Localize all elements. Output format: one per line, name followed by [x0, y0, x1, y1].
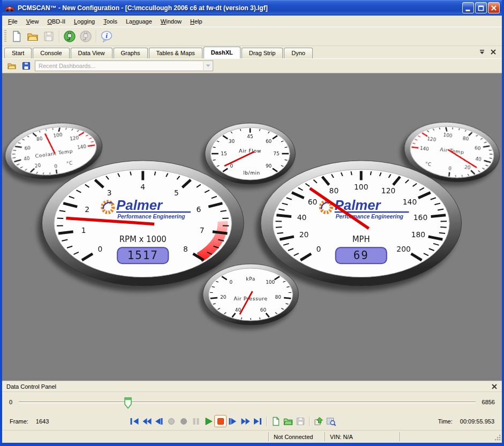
connect-plug-icon	[63, 30, 76, 43]
app-car-icon	[4, 4, 15, 12]
export-log-button[interactable]	[312, 415, 325, 427]
tab-tables-maps[interactable]: Tables & Maps	[149, 48, 202, 58]
about-button[interactable]: i	[99, 29, 114, 44]
svg-text:120: 120	[427, 136, 437, 142]
svg-text:69: 69	[353, 249, 369, 262]
toolbar-separator	[59, 30, 59, 43]
svg-text:60: 60	[260, 307, 267, 313]
svg-text:200: 200	[396, 245, 410, 253]
air-flow-unit: lb/min	[243, 170, 260, 176]
toolbar-grip[interactable]	[4, 30, 6, 43]
tab-dyno[interactable]: Dyno	[284, 48, 313, 58]
first-frame-button[interactable]	[128, 415, 140, 427]
play-icon	[203, 416, 214, 427]
menu-logging[interactable]: Logging	[70, 17, 99, 26]
save-icon	[42, 30, 55, 43]
prev-frame-button[interactable]	[153, 415, 165, 427]
tab-data-view[interactable]: Data View	[71, 48, 112, 58]
capture-button[interactable]	[177, 415, 190, 427]
svg-text:Palmer: Palmer	[116, 198, 163, 213]
last-frame-button[interactable]	[251, 415, 264, 427]
tabs-close-button[interactable]	[490, 49, 497, 55]
tab-start[interactable]: Start	[4, 48, 32, 58]
save-log-icon	[295, 416, 306, 427]
save-log-button[interactable]	[294, 415, 306, 427]
svg-text:4: 4	[140, 182, 145, 191]
rewind-button[interactable]	[140, 415, 153, 427]
panel-close-button[interactable]	[491, 383, 498, 390]
status-message	[2, 432, 268, 441]
step-back-icon	[154, 416, 164, 427]
save-configuration-button[interactable]	[41, 29, 56, 44]
new-log-icon	[270, 416, 281, 427]
toolbar-separator	[96, 30, 96, 43]
play-button[interactable]	[202, 415, 214, 427]
time-label: Time:	[438, 418, 453, 425]
menu-file[interactable]: File	[4, 17, 22, 26]
svg-text:7: 7	[200, 226, 205, 235]
slider-min-label: 0	[9, 399, 12, 405]
menu-language[interactable]: Language	[122, 17, 156, 26]
open-dashboard-button[interactable]	[6, 60, 18, 72]
menu-view[interactable]: View	[22, 17, 43, 26]
menu-window[interactable]: Window	[156, 17, 186, 26]
menu-help[interactable]: Help	[186, 17, 207, 26]
record-button[interactable]	[165, 415, 177, 427]
dashboard-canvas: 020406080100120140Coolant Temp°C01530456…	[2, 73, 502, 381]
fast-forward-button[interactable]	[239, 415, 251, 427]
open-log-button[interactable]	[282, 415, 294, 427]
menu-obd-ii[interactable]: OBD-II	[43, 17, 70, 26]
grid-magnifier-icon	[326, 416, 336, 427]
mph-readout: 69	[336, 247, 387, 263]
slider-max-label: 6856	[482, 399, 495, 405]
svg-text:45: 45	[247, 134, 253, 139]
next-frame-button[interactable]	[227, 415, 239, 427]
tab-drag-strip[interactable]: Drag Strip	[242, 48, 283, 58]
recent-dashboards-combo[interactable]: Recent Dashboards...	[35, 61, 213, 71]
chevron-down-icon[interactable]	[203, 62, 212, 70]
slider-thumb[interactable]	[124, 397, 132, 409]
svg-text:i: i	[106, 32, 108, 40]
close-button[interactable]	[488, 2, 500, 13]
minimize-button[interactable]	[462, 2, 474, 13]
playback-slider-track[interactable]	[19, 402, 475, 403]
tab-dashxl[interactable]: DashXL	[204, 47, 240, 58]
maximize-button[interactable]	[475, 2, 487, 13]
svg-text:80: 80	[36, 136, 43, 142]
stop-button[interactable]	[214, 415, 227, 427]
disconnect-button[interactable]	[78, 29, 93, 44]
new-log-button[interactable]	[269, 415, 282, 427]
playback-separator	[309, 417, 310, 426]
tab-strip-row: StartConsoleData ViewGraphsTables & Maps…	[2, 46, 502, 59]
tab-graphs[interactable]: Graphs	[114, 48, 148, 58]
playback-buttons	[128, 415, 337, 427]
rpm-readout: 1517	[117, 247, 168, 263]
open-log-icon	[283, 416, 294, 427]
svg-text:3: 3	[107, 188, 112, 197]
frame-value: 1643	[36, 418, 49, 425]
record-dot-icon	[178, 416, 189, 427]
pause-button[interactable]	[190, 415, 202, 427]
window-titlebar: PCMSCAN™ - New Configuration - [C:\mccul…	[2, 0, 502, 16]
svg-text:2: 2	[85, 205, 89, 214]
status-spacer	[400, 432, 502, 441]
connect-button[interactable]	[62, 29, 77, 44]
svg-text:80: 80	[462, 135, 469, 141]
main-toolbar: i	[2, 27, 502, 46]
svg-text:60: 60	[24, 145, 31, 152]
svg-text:30: 30	[229, 139, 235, 144]
resize-grip[interactable]	[494, 434, 501, 442]
tab-console[interactable]: Console	[33, 48, 69, 58]
menu-tools[interactable]: Tools	[99, 17, 122, 26]
stop-icon	[215, 416, 226, 427]
combo-placeholder: Recent Dashboards...	[39, 63, 95, 69]
svg-text:60: 60	[266, 139, 272, 144]
open-configuration-button[interactable]	[25, 29, 40, 44]
app-window: PCMSCAN™ - New Configuration - [C:\mccul…	[0, 0, 504, 446]
data-control-panel-header: Data Control Panel	[2, 381, 502, 392]
view-log-button[interactable]	[325, 415, 337, 427]
new-configuration-button[interactable]	[9, 29, 24, 44]
save-dashboard-button[interactable]	[20, 60, 32, 72]
tab-overflow-button[interactable]	[479, 49, 485, 55]
disconnect-plug-icon	[79, 30, 92, 43]
